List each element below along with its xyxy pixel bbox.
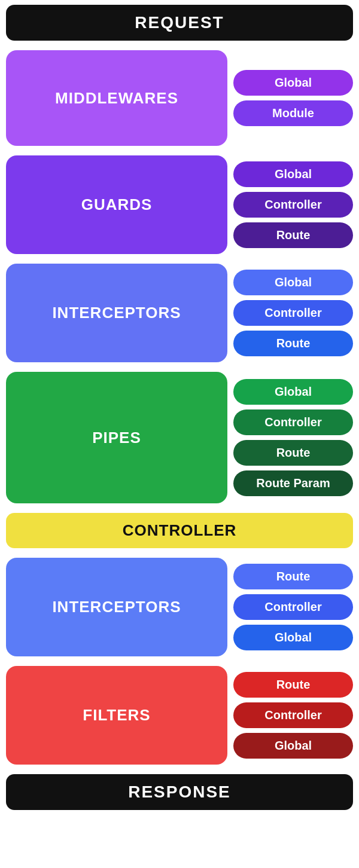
middlewares-global-pill: Global <box>233 70 353 96</box>
controller-bar: CONTROLLER <box>6 513 353 548</box>
guards-section: GUARDS Global Controller Route <box>6 155 353 254</box>
guards-global-pill: Global <box>233 161 353 187</box>
interceptors-pre-section: INTERCEPTORS Global Controller Route <box>6 264 353 362</box>
middlewares-box: MIDDLEWARES <box>6 50 227 146</box>
filters-pills: Route Controller Global <box>233 672 353 759</box>
guards-box: GUARDS <box>6 155 227 254</box>
interceptors-post-pills: Route Controller Global <box>233 564 353 650</box>
filters-controller-pill: Controller <box>233 702 353 728</box>
request-header: REQUEST <box>6 5 353 41</box>
filters-box: FILTERS <box>6 666 227 765</box>
filters-route-pill: Route <box>233 672 353 698</box>
interceptors-post-section: INTERCEPTORS Route Controller Global <box>6 558 353 656</box>
filters-global-pill: Global <box>233 733 353 759</box>
interceptors-post-route-pill: Route <box>233 564 353 589</box>
guards-pills: Global Controller Route <box>233 161 353 248</box>
guards-route-pill: Route <box>233 222 353 248</box>
pipes-pills: Global Controller Route Route Param <box>233 379 353 496</box>
pipes-route-pill: Route <box>233 440 353 466</box>
pipes-box: PIPES <box>6 372 227 503</box>
pipes-routeparam-pill: Route Param <box>233 470 353 496</box>
interceptors-post-box: INTERCEPTORS <box>6 558 227 656</box>
filters-section: FILTERS Route Controller Global <box>6 666 353 765</box>
interceptors-post-controller-pill: Controller <box>233 594 353 620</box>
middlewares-pills: Global Module <box>233 70 353 126</box>
middlewares-module-pill: Module <box>233 100 353 126</box>
interceptors-pre-global-pill: Global <box>233 270 353 295</box>
pipes-controller-pill: Controller <box>233 409 353 435</box>
response-footer: RESPONSE <box>6 774 353 810</box>
interceptors-post-global-pill: Global <box>233 625 353 650</box>
interceptors-pre-box: INTERCEPTORS <box>6 264 227 362</box>
interceptors-pre-route-pill: Route <box>233 331 353 356</box>
interceptors-pre-pills: Global Controller Route <box>233 270 353 356</box>
middlewares-section: MIDDLEWARES Global Module <box>6 50 353 146</box>
pipes-section: PIPES Global Controller Route Route Para… <box>6 372 353 503</box>
guards-controller-pill: Controller <box>233 192 353 218</box>
interceptors-pre-controller-pill: Controller <box>233 300 353 326</box>
pipes-global-pill: Global <box>233 379 353 405</box>
